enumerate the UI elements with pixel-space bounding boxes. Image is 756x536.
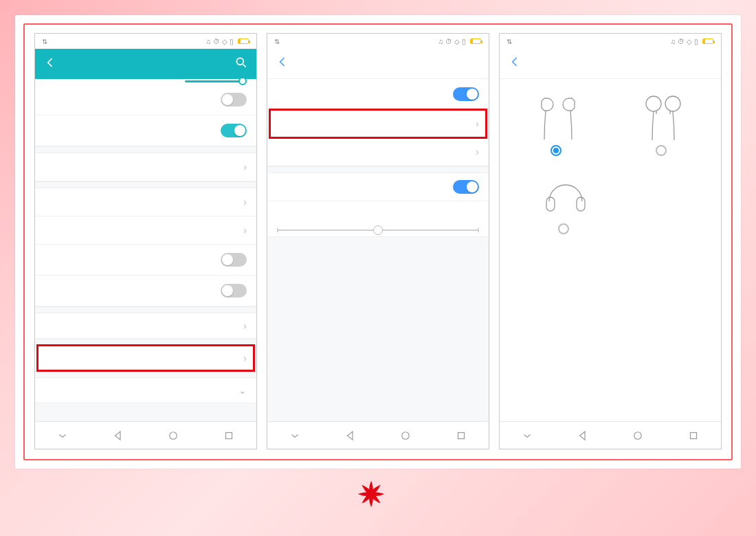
section-gap [35,181,256,188]
chevron-right-icon: › [243,320,247,331]
nav-home-icon[interactable] [399,429,412,442]
row-silent-mode[interactable] [35,85,256,115]
row-other-sound[interactable]: ⌄ [35,378,256,403]
back-icon[interactable] [508,55,522,72]
option-earbud[interactable] [615,91,711,156]
radio-unselected[interactable] [558,223,569,234]
phone-screenshot-3: ⇅ ♫ ⏱ ◇ ▯ [499,33,722,449]
label-other-sound [45,390,238,391]
header-sound [35,49,256,79]
row-notification[interactable]: › [35,313,256,339]
svg-point-5 [646,96,661,111]
in-ear-icon [531,91,586,141]
row-3d-slider[interactable] [267,201,489,237]
svg-point-9 [634,432,642,439]
nav-home-icon[interactable] [167,429,179,442]
row-3d-audio[interactable] [267,173,489,201]
svg-rect-10 [690,432,696,438]
row-equalizer: › [267,138,489,166]
alarm-icon: ⏱ [678,38,685,45]
svg-rect-4 [458,432,464,438]
option-in-ear[interactable] [510,91,606,156]
section-gap [35,339,256,346]
phone-screenshot-2: ⇅ ♫ ⏱ ◇ ▯ [267,33,489,449]
toggle-vibrate-silent[interactable] [221,124,247,137]
row-headphone-type[interactable]: › [267,110,489,138]
toggle-vib-sim2[interactable] [221,284,247,298]
nav-hide-icon[interactable] [56,429,69,442]
nav-bar [267,421,489,449]
callout-highlight [269,109,487,139]
wifi-icon: ◇ [687,38,692,45]
headphone-icon: ♫ [438,38,444,45]
nav-recent-icon[interactable] [223,429,235,442]
row-sim2-ringtone[interactable]: › [35,216,256,245]
slider-thumb[interactable] [373,225,383,235]
toggle-3d-audio[interactable] [453,180,479,194]
signal-icon: ⇅ [42,38,47,45]
nav-bar [35,421,256,449]
phone-screenshot-1: ⇅ ♫ ⏱ ◇ ▯ [34,33,257,449]
headphone-type-options [500,79,721,421]
nav-hide-icon[interactable] [289,429,301,442]
toggle-hp-audio[interactable] [453,87,479,101]
over-ear-icon [538,170,593,219]
nav-bar [500,421,721,449]
row-vibrate-silent[interactable] [35,115,256,146]
row-headphone-audio[interactable] [267,79,489,110]
nav-recent-icon[interactable] [687,429,700,442]
nav-recent-icon[interactable] [455,429,467,442]
section-gap [267,166,489,173]
svg-rect-8 [577,197,585,211]
chevron-right-icon: › [476,118,479,129]
toggle-silent[interactable] [221,93,247,107]
chevron-right-icon: › [476,146,479,157]
headphone-icon: ♫ [206,38,212,45]
site-branding [355,478,401,510]
image-frame: ⇅ ♫ ⏱ ◇ ▯ [15,15,741,469]
row-vib-sim2[interactable] [35,276,256,306]
svg-rect-2 [225,432,232,438]
row-dnd[interactable]: › [35,153,256,181]
chevron-right-icon: › [243,225,247,236]
wifi-icon: ◇ [222,38,227,45]
svg-rect-7 [546,197,555,211]
svg-point-3 [402,432,410,439]
earbud-icon [636,91,691,141]
radio-unselected[interactable] [656,145,667,156]
label-notification [45,325,241,326]
battery-icon [238,38,249,44]
svg-point-6 [665,96,680,111]
chevron-right-icon: › [243,161,247,172]
section-gap [35,146,256,153]
section-gap [35,306,256,313]
battery-icon [470,38,481,44]
nav-back-icon[interactable] [112,429,124,442]
nav-back-icon[interactable] [344,429,357,442]
headphone-icon: ♫ [671,38,676,45]
slider-track[interactable] [277,230,479,231]
alarm-icon: ⏱ [213,38,220,45]
row-vib-sim1[interactable] [35,245,256,276]
settings-list: › › › [35,79,256,403]
row-huawei-histen[interactable]: › [35,346,256,371]
section-gap [35,371,256,378]
signal-icon: ⇅ [274,38,280,45]
nav-hide-icon[interactable] [521,429,533,442]
radio-selected[interactable] [551,145,562,156]
status-bar: ⇅ ♫ ⏱ ◇ ▯ [500,34,721,49]
callout-highlight [36,344,255,372]
row-sim1-ringtone[interactable]: › [35,188,256,216]
search-icon[interactable] [234,56,248,73]
nav-home-icon[interactable] [632,429,644,442]
option-over-ear[interactable] [518,170,614,234]
alarm-icon: ⏱ [445,38,452,45]
chevron-down-icon: ⌄ [238,385,247,396]
back-icon[interactable] [276,55,289,72]
nav-back-icon[interactable] [577,429,589,442]
status-bar: ⇅ ♫ ⏱ ◇ ▯ [267,34,489,49]
cell-icon: ▯ [694,38,698,45]
chevron-right-icon: › [243,353,247,364]
back-icon[interactable] [43,56,57,73]
toggle-vib-sim1[interactable] [221,253,247,267]
